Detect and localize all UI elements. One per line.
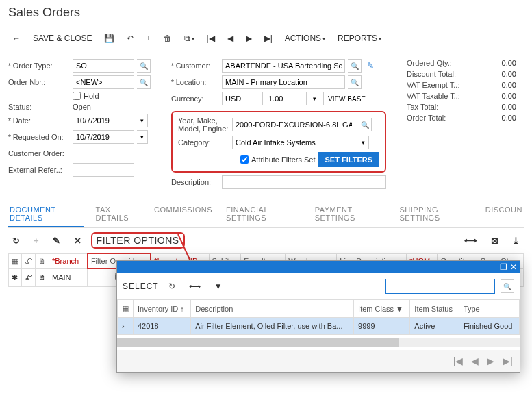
- vat-exempt-value: 0.00: [475, 81, 516, 89]
- main-toolbar: ← SAVE & CLOSE 💾 ↶ + 🗑 ⧉▾ |◀ ◀ ▶ ▶| ACTI…: [8, 28, 524, 53]
- set-filters-button[interactable]: SET FILTERS: [318, 152, 379, 167]
- view-base-button[interactable]: VIEW BASE: [323, 92, 370, 105]
- popup-close-icon[interactable]: ✕: [510, 262, 517, 272]
- ymme-lookup-icon[interactable]: 🔍: [358, 118, 372, 131]
- order-total-label: Order Total:: [407, 114, 468, 122]
- external-ref-input[interactable]: [73, 163, 134, 177]
- row-branch[interactable]: MAIN: [49, 268, 88, 286]
- ordered-qty-label: Ordered Qty.:: [407, 59, 468, 67]
- undo-button[interactable]: ↶: [123, 31, 138, 46]
- popup-toolbar: SELECT ↻ ⟷ ▼ 🔍: [117, 273, 520, 292]
- actions-menu[interactable]: ACTIONS▾: [281, 31, 329, 46]
- customer-input[interactable]: [222, 59, 345, 73]
- popup-filter-button[interactable]: ▼: [210, 279, 227, 292]
- popup-select-button[interactable]: SELECT: [123, 281, 159, 291]
- location-lookup-icon[interactable]: 🔍: [348, 75, 362, 89]
- order-nbr-lookup-icon[interactable]: 🔍: [137, 75, 151, 89]
- currency-label: Currency:: [171, 95, 219, 103]
- tab-payment-settings[interactable]: PAYMENT SETTINGS: [314, 201, 388, 227]
- description-label: Description:: [171, 178, 219, 186]
- grid-delete-button[interactable]: ✕: [70, 233, 86, 249]
- customer-label: Customer:: [171, 62, 219, 70]
- tab-tax-details[interactable]: TAX DETAILS: [94, 201, 142, 227]
- date-dropdown-icon[interactable]: ▾: [137, 114, 148, 127]
- order-total-value: 0.00: [475, 114, 516, 122]
- location-input[interactable]: [222, 75, 345, 89]
- add-button[interactable]: +: [142, 31, 155, 46]
- customer-edit-icon[interactable]: ✎: [364, 61, 377, 71]
- external-ref-label: External Refer..:: [8, 166, 70, 174]
- requested-input[interactable]: [73, 130, 134, 144]
- inventory-lookup-popup: ❐ ✕ SELECT ↻ ⟷ ▼ 🔍 ▦ Inventory ID ↑ Desc…: [116, 260, 520, 292]
- row-notes-icon[interactable]: 🗎: [36, 268, 49, 286]
- form-middle-column: Customer: 🔍 ✎ Location: 🔍 Currency: ▾ VI…: [171, 59, 386, 189]
- requested-dropdown-icon[interactable]: ▾: [137, 130, 148, 144]
- save-button[interactable]: 💾: [100, 31, 118, 46]
- rate-input[interactable]: [266, 92, 307, 105]
- copy-button[interactable]: ⧉▾: [180, 31, 199, 46]
- grid-fit-button[interactable]: ⟷: [460, 233, 481, 249]
- order-nbr-label: Order Nbr.:: [8, 78, 70, 86]
- grid-add-button[interactable]: +: [29, 233, 43, 249]
- tab-shipping-settings[interactable]: SHIPPING SETTINGS: [398, 201, 472, 227]
- grid-header-attach[interactable]: 🖇: [22, 253, 36, 268]
- order-type-input[interactable]: [73, 59, 134, 73]
- tax-total-value: 0.00: [475, 103, 516, 111]
- filter-options-button[interactable]: FILTER OPTIONS: [91, 232, 185, 249]
- tab-document-details[interactable]: DOCUMENT DETAILS: [8, 201, 84, 227]
- order-type-lookup-icon[interactable]: 🔍: [137, 59, 151, 73]
- date-input[interactable]: [73, 114, 134, 127]
- rate-dropdown-icon[interactable]: ▾: [309, 92, 320, 105]
- requested-label: Requested On:: [8, 133, 70, 141]
- description-input[interactable]: [222, 175, 386, 189]
- back-button[interactable]: ←: [8, 31, 25, 46]
- tab-commissions[interactable]: COMMISSIONS: [153, 201, 214, 227]
- grid-import-button[interactable]: ⤓: [508, 233, 524, 249]
- location-label: Location:: [171, 78, 219, 86]
- form-right-column: Ordered Qty.:0.00 Discount Total:0.00 VA…: [407, 59, 516, 189]
- row-attach-icon[interactable]: 🖇: [22, 268, 36, 286]
- ordered-qty-value: 0.00: [475, 59, 516, 67]
- delete-button[interactable]: 🗑: [160, 31, 176, 46]
- vat-taxable-value: 0.00: [475, 92, 516, 100]
- prev-record-button[interactable]: ◀: [223, 31, 238, 46]
- grid-header-branch[interactable]: *Branch: [49, 253, 88, 268]
- date-label: Date:: [8, 116, 70, 125]
- hold-label: Hold: [84, 92, 99, 100]
- first-record-button[interactable]: |◀: [203, 31, 219, 46]
- popup-restore-icon[interactable]: ❐: [500, 262, 507, 272]
- page-title: Sales Orders: [8, 5, 524, 20]
- form-left-column: Order Type: 🔍 Order Nbr.: 🔍 Hold Status:…: [8, 59, 151, 189]
- customer-lookup-icon[interactable]: 🔍: [348, 59, 362, 73]
- popup-refresh-button[interactable]: ↻: [164, 279, 179, 292]
- ymme-input[interactable]: [232, 118, 355, 131]
- tab-discount[interactable]: DISCOUN: [484, 201, 524, 227]
- popup-search-input[interactable]: [385, 279, 495, 292]
- grid-header-selector[interactable]: ▦: [9, 253, 22, 268]
- vat-taxable-label: VAT Taxable T..:: [407, 92, 468, 100]
- popup-titlebar[interactable]: ❐ ✕: [117, 261, 520, 273]
- last-record-button[interactable]: ▶|: [260, 31, 277, 46]
- popup-search-icon[interactable]: 🔍: [501, 279, 514, 292]
- tab-financial-settings[interactable]: FINANCIAL SETTINGS: [225, 201, 303, 227]
- order-nbr-input[interactable]: [73, 75, 134, 89]
- currency-input[interactable]: [222, 92, 263, 105]
- category-label: Category:: [178, 138, 229, 147]
- attr-filters-checkbox[interactable]: [240, 155, 249, 164]
- vat-exempt-label: VAT Exempt T..:: [407, 81, 468, 89]
- grid-header-notes[interactable]: 🗎: [36, 253, 49, 268]
- reports-menu[interactable]: REPORTS▾: [333, 31, 385, 46]
- popup-fit-button[interactable]: ⟷: [185, 279, 205, 292]
- category-dropdown-icon[interactable]: ▾: [358, 136, 369, 149]
- tax-total-label: Tax Total:: [407, 103, 468, 111]
- next-record-button[interactable]: ▶: [242, 31, 256, 46]
- category-input[interactable]: [232, 136, 355, 149]
- hold-checkbox[interactable]: [73, 92, 81, 100]
- grid-refresh-button[interactable]: ↻: [8, 233, 24, 249]
- ymme-label: Year, Make, Model, Engine:: [178, 116, 229, 133]
- grid-export-button[interactable]: ⊠: [487, 233, 503, 249]
- discount-total-value: 0.00: [475, 70, 516, 78]
- save-close-button[interactable]: SAVE & CLOSE: [29, 31, 96, 46]
- customer-order-input[interactable]: [73, 147, 134, 160]
- grid-edit-button[interactable]: ✎: [49, 233, 64, 249]
